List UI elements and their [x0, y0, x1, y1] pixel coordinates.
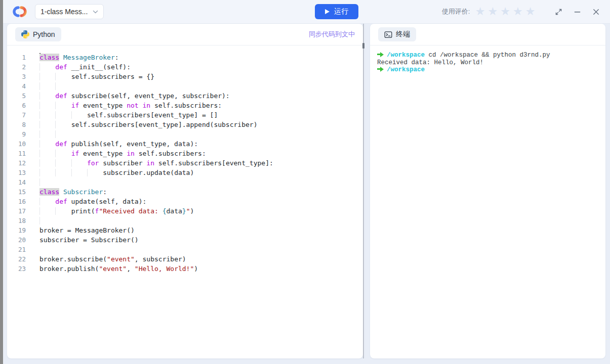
minimize-button[interactable]	[572, 6, 583, 18]
code-token: in	[143, 102, 151, 109]
code-token: __init__(self):	[67, 63, 131, 71]
code-line[interactable]: 3 self.subscribers = {}	[7, 72, 363, 81]
indent-guide	[39, 150, 55, 157]
tab-terminal-label: 终端	[396, 30, 410, 39]
indent-guide	[39, 82, 55, 90]
indent-guide	[39, 73, 55, 80]
line-number: 5	[7, 91, 26, 101]
line-number: 6	[7, 101, 26, 110]
code-line-content: def subscribe(self, event_type, subscrib…	[39, 91, 230, 101]
code-line[interactable]: 4	[7, 81, 363, 91]
code-line[interactable]: 13 subscriber.update(data)	[7, 168, 363, 177]
code-token: def	[55, 63, 67, 71]
code-token: self.subscribers:	[150, 102, 222, 109]
close-button[interactable]	[590, 6, 602, 18]
code-line[interactable]: 1class MessageBroker:	[7, 53, 363, 62]
close-icon	[592, 8, 600, 16]
star-icon[interactable]: ★	[524, 6, 537, 17]
code-line[interactable]: 9	[7, 129, 363, 139]
code-token: if	[71, 150, 79, 157]
code-token: print(	[71, 207, 95, 215]
indent-guide	[55, 82, 71, 90]
code-token	[139, 102, 143, 109]
code-line[interactable]: 22broker.subscribe("event", subscriber)	[7, 254, 363, 264]
sync-code-link[interactable]: 同步代码到文中	[309, 30, 355, 39]
terminal-output[interactable]: /workspace cd /workspace && python d3rnd…	[370, 46, 605, 358]
code-token: subscriber = Subscriber()	[39, 236, 139, 244]
expand-button[interactable]	[553, 6, 564, 18]
code-line-content: self.subscribers = {}	[39, 72, 154, 81]
file-selector-dropdown[interactable]: 1-class Mess...	[35, 4, 104, 19]
code-token: self.subscribers[event_type]:	[154, 159, 273, 167]
indent-guide	[71, 111, 87, 119]
code-line[interactable]: 14	[7, 177, 363, 187]
code-token: "event"	[99, 265, 127, 272]
code-line-content	[39, 216, 55, 225]
tab-python[interactable]: Python	[15, 27, 61, 41]
star-icon[interactable]: ★	[486, 6, 499, 17]
indent-guide	[87, 169, 103, 176]
code-token: , subscriber)	[135, 255, 186, 263]
code-line[interactable]: 19broker = MessageBroker()	[7, 225, 363, 235]
terminal-command: cd /workspace && python d3rnd.py	[425, 52, 550, 59]
star-icon[interactable]: ★	[512, 6, 524, 17]
code-token	[59, 188, 63, 196]
line-number: 10	[7, 139, 26, 149]
code-line-content: def update(self, data):	[39, 197, 146, 206]
code-line[interactable]: 2 def __init__(self):	[7, 62, 363, 72]
code-line[interactable]: 8 self.subscribers[event_type].append(su…	[7, 120, 363, 129]
editor-panel-header: Python 同步代码到文中	[7, 24, 363, 46]
code-line[interactable]: 10 def publish(self, event_type, data):	[7, 139, 363, 149]
code-line[interactable]: 12 for subscriber in self.subscribers[ev…	[7, 158, 363, 168]
code-line[interactable]: 5 def subscribe(self, event_type, subscr…	[7, 91, 363, 101]
code-token: )	[190, 207, 194, 215]
terminal-path: /workspace	[387, 66, 425, 73]
code-line[interactable]: 6 if event_type not in self.subscribers:	[7, 101, 363, 110]
code-token: Subscriber	[63, 188, 103, 196]
code-token: :	[103, 188, 107, 196]
code-token: broker.publish(	[39, 265, 99, 272]
line-number: 1	[7, 53, 26, 62]
code-line[interactable]: 20subscriber = Subscriber()	[7, 235, 363, 245]
terminal-panel-header: 终端	[370, 24, 605, 46]
indent-guide	[39, 169, 55, 176]
line-number: 9	[7, 129, 26, 139]
code-line[interactable]: 17 print(f"Received data: {data}")	[7, 206, 363, 216]
code-line[interactable]: 23broker.publish("event", "Hello, World!…	[7, 264, 363, 274]
indent-guide	[71, 169, 87, 176]
star-icon[interactable]: ★	[499, 6, 512, 17]
topbar-right-group: 使用评价: ★★★★★	[442, 6, 610, 18]
line-number: 8	[7, 120, 26, 129]
panel-splitter-handle[interactable]	[362, 43, 364, 49]
code-token: event_type	[79, 102, 127, 109]
indent-guide	[39, 140, 55, 148]
code-line-content: broker.publish("event", "Hello, World!")	[39, 264, 198, 274]
code-line-content: self.subscribers[event_type] = []	[39, 110, 218, 120]
line-number: 19	[7, 225, 26, 235]
code-line-content: def publish(self, event_type, data):	[39, 139, 198, 149]
code-line[interactable]: 21	[7, 245, 363, 254]
code-editor[interactable]: 1class MessageBroker:2 def __init__(self…	[7, 46, 363, 358]
code-token: for	[87, 159, 99, 167]
line-number: 7	[7, 110, 26, 120]
tab-terminal[interactable]: 终端	[378, 27, 416, 41]
code-line[interactable]: 18	[7, 216, 363, 225]
code-line-content: broker = MessageBroker()	[39, 225, 135, 235]
code-line[interactable]: 16 def update(self, data):	[7, 197, 363, 206]
tab-python-label: Python	[33, 30, 55, 38]
code-line[interactable]: 11 if event_type in self.subscribers:	[7, 149, 363, 158]
code-token: "Hello, World!"	[135, 265, 194, 272]
code-line[interactable]: 7 self.subscribers[event_type] = []	[7, 110, 363, 120]
code-token: subscriber.update(data)	[103, 169, 194, 176]
code-line[interactable]: 15class Subscriber:	[7, 187, 363, 197]
star-icon[interactable]: ★	[474, 6, 486, 17]
run-button[interactable]: 运行	[315, 4, 358, 19]
panel-splitter[interactable]	[363, 24, 364, 358]
code-token: ,	[127, 265, 135, 272]
code-token: broker = MessageBroker()	[39, 226, 135, 234]
chevron-down-icon	[93, 10, 98, 14]
indent-guide	[39, 178, 55, 186]
line-number: 17	[7, 206, 26, 216]
line-number: 14	[7, 177, 26, 187]
code-line-content: self.subscribers[event_type].append(subs…	[39, 120, 257, 129]
